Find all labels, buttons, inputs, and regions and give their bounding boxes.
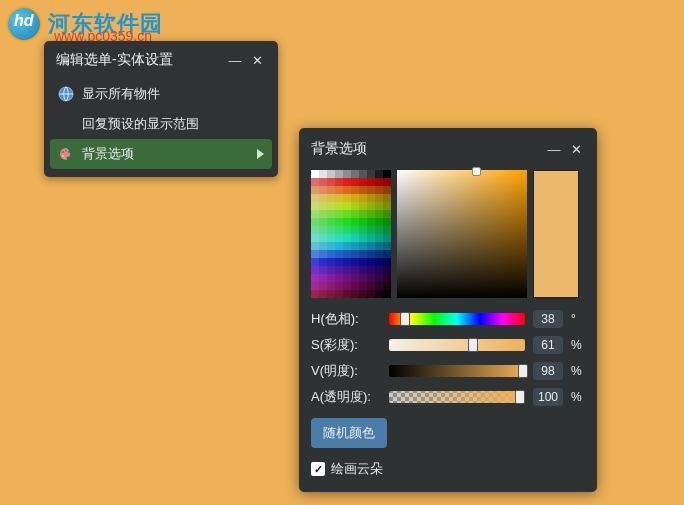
color-swatch[interactable] <box>311 194 319 202</box>
color-swatch[interactable] <box>319 202 327 210</box>
color-swatch[interactable] <box>319 242 327 250</box>
color-swatch[interactable] <box>375 202 383 210</box>
color-swatch[interactable] <box>311 186 319 194</box>
sv-gradient-picker[interactable] <box>397 170 527 298</box>
color-swatch[interactable] <box>383 210 391 218</box>
close-icon[interactable]: ✕ <box>248 51 266 69</box>
slider-thumb[interactable] <box>468 338 478 352</box>
draw-clouds-row[interactable]: ✓ 绘画云朵 <box>299 452 597 480</box>
color-swatch[interactable] <box>343 226 351 234</box>
color-swatch[interactable] <box>375 234 383 242</box>
color-swatch[interactable] <box>375 274 383 282</box>
color-swatch[interactable] <box>375 218 383 226</box>
color-swatch[interactable] <box>351 250 359 258</box>
color-swatch[interactable] <box>383 242 391 250</box>
color-swatch[interactable] <box>311 170 319 178</box>
color-swatch[interactable] <box>359 218 367 226</box>
color-swatch[interactable] <box>319 282 327 290</box>
sv-cursor-icon[interactable] <box>472 167 481 176</box>
hue-slider[interactable] <box>389 313 525 325</box>
color-swatch[interactable] <box>383 274 391 282</box>
color-swatch[interactable] <box>351 170 359 178</box>
color-swatch[interactable] <box>359 210 367 218</box>
color-swatch[interactable] <box>311 226 319 234</box>
color-swatch[interactable] <box>367 202 375 210</box>
color-swatch[interactable] <box>383 282 391 290</box>
close-icon[interactable]: ✕ <box>567 140 585 158</box>
color-swatch[interactable] <box>319 250 327 258</box>
color-swatch[interactable] <box>311 290 319 298</box>
color-swatch[interactable] <box>351 194 359 202</box>
color-swatch[interactable] <box>343 202 351 210</box>
color-swatch[interactable] <box>335 186 343 194</box>
color-swatch[interactable] <box>375 290 383 298</box>
alpha-value[interactable]: 100 <box>533 388 563 406</box>
color-swatch[interactable] <box>383 186 391 194</box>
val-value[interactable]: 98 <box>533 362 563 380</box>
color-swatch[interactable] <box>367 218 375 226</box>
color-swatch[interactable] <box>351 178 359 186</box>
color-swatch[interactable] <box>351 274 359 282</box>
color-swatch[interactable] <box>367 282 375 290</box>
color-swatch[interactable] <box>367 258 375 266</box>
color-swatch[interactable] <box>375 194 383 202</box>
color-swatch[interactable] <box>343 210 351 218</box>
color-swatch[interactable] <box>343 258 351 266</box>
color-swatch[interactable] <box>335 274 343 282</box>
color-swatch[interactable] <box>327 266 335 274</box>
color-swatch[interactable] <box>351 258 359 266</box>
color-swatch[interactable] <box>335 178 343 186</box>
color-swatch[interactable] <box>327 194 335 202</box>
color-swatch[interactable] <box>383 250 391 258</box>
color-swatch[interactable] <box>327 234 335 242</box>
slider-thumb[interactable] <box>515 390 525 404</box>
color-swatch[interactable] <box>383 258 391 266</box>
color-swatch[interactable] <box>343 186 351 194</box>
color-swatch[interactable] <box>311 282 319 290</box>
color-swatch[interactable] <box>311 202 319 210</box>
color-swatch[interactable] <box>327 282 335 290</box>
hue-value[interactable]: 38 <box>533 310 563 328</box>
color-swatch[interactable] <box>319 234 327 242</box>
color-swatch[interactable] <box>367 226 375 234</box>
color-swatch[interactable] <box>359 194 367 202</box>
color-swatch[interactable] <box>343 170 351 178</box>
color-swatch[interactable] <box>375 266 383 274</box>
color-swatch[interactable] <box>367 274 375 282</box>
color-swatch[interactable] <box>375 258 383 266</box>
color-swatch[interactable] <box>319 178 327 186</box>
color-swatch[interactable] <box>335 242 343 250</box>
color-swatch[interactable] <box>335 194 343 202</box>
color-swatch[interactable] <box>319 186 327 194</box>
color-swatch[interactable] <box>311 218 319 226</box>
color-swatch[interactable] <box>375 186 383 194</box>
color-swatch[interactable] <box>367 170 375 178</box>
minimize-icon[interactable]: — <box>226 51 244 69</box>
color-swatch[interactable] <box>359 258 367 266</box>
color-swatch[interactable] <box>327 210 335 218</box>
color-swatch[interactable] <box>359 274 367 282</box>
color-swatch[interactable] <box>311 242 319 250</box>
color-swatch[interactable] <box>319 194 327 202</box>
minimize-icon[interactable]: — <box>545 140 563 158</box>
color-swatch[interactable] <box>375 242 383 250</box>
menu-item-show-all[interactable]: 显示所有物件 <box>50 79 272 109</box>
color-swatch[interactable] <box>367 178 375 186</box>
color-swatch[interactable] <box>383 170 391 178</box>
color-swatch[interactable] <box>351 210 359 218</box>
color-swatch[interactable] <box>343 274 351 282</box>
color-swatch[interactable] <box>383 234 391 242</box>
sat-value[interactable]: 61 <box>533 336 563 354</box>
color-swatch[interactable] <box>383 194 391 202</box>
color-swatch[interactable] <box>335 282 343 290</box>
color-swatch[interactable] <box>375 226 383 234</box>
color-swatch[interactable] <box>367 186 375 194</box>
color-swatch[interactable] <box>383 178 391 186</box>
menu-item-reset-range[interactable]: 回复预设的显示范围 <box>50 109 272 139</box>
color-swatch[interactable] <box>335 226 343 234</box>
color-swatch[interactable] <box>327 186 335 194</box>
color-swatch[interactable] <box>343 250 351 258</box>
color-swatch[interactable] <box>383 290 391 298</box>
color-swatch[interactable] <box>327 202 335 210</box>
color-swatch[interactable] <box>327 218 335 226</box>
